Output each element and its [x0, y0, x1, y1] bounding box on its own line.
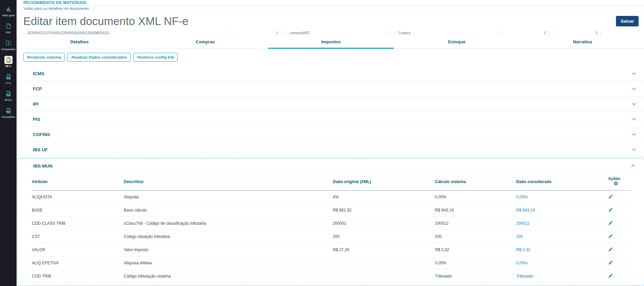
cell-atributo: BASE	[32, 204, 124, 217]
quantity-field-2[interactable]: 3	[554, 31, 601, 35]
sidebar-item-cte[interactable]: XML CT-e	[0, 70, 17, 87]
sidebar-item-label: Visão geral	[2, 14, 15, 17]
sidebar-item-label: XML	[6, 31, 11, 34]
sidebar-item-comparativo[interactable]: Comparativo	[0, 37, 17, 53]
cell-original: R$ 27,28	[333, 243, 435, 257]
cell-descritivo: Alíquota	[124, 191, 333, 204]
table-row: COD CLASS TRIB cClassTrib - Código de cl…	[32, 217, 630, 230]
accordion-label: FCP	[33, 86, 42, 91]
sidebar-item-label: NF-e	[5, 65, 11, 68]
edit-pencil-icon[interactable]	[608, 273, 613, 278]
accordion-fcp[interactable]: FCP	[17, 81, 644, 96]
edit-pencil-icon[interactable]	[608, 247, 613, 252]
accordion-ibs-uf[interactable]: IBS UF	[17, 142, 644, 157]
svg-text:XML: XML	[7, 77, 9, 79]
cell-original: R$ 681,92	[333, 204, 435, 217]
edit-pencil-icon[interactable]	[608, 260, 613, 265]
table-header-row: Atributo Descritivo Dado original (XML) …	[32, 174, 630, 191]
tab-impostos[interactable]: Impostos	[268, 35, 394, 49]
accordion-label: COFINS	[33, 132, 50, 137]
item-number-field[interactable]: 1	[234, 31, 282, 35]
module-title: RECEBIMENTO DE MATERIAIS	[23, 0, 87, 5]
accordion-label: ICMS	[33, 71, 44, 76]
sidebar-item-label: Cancelados	[2, 116, 15, 118]
tab-detalhes[interactable]: Detalhes	[17, 35, 142, 49]
cell-calculo: 200012	[435, 217, 516, 230]
svg-text:XML: XML	[7, 94, 9, 95]
table-row: COD TRIB Código tributação sistema Tribu…	[32, 270, 630, 283]
quantity-field-1[interactable]: 3	[502, 31, 550, 35]
cell-considerado-link[interactable]: 0,05%	[516, 191, 608, 204]
title-row: Editar item documento XML NF-e Salvar	[17, 12, 644, 30]
sidebar-item-nfe[interactable]: XML NF-e	[0, 53, 17, 70]
edit-pencil-icon[interactable]	[608, 207, 613, 212]
accordion-ibs-mun-expanded: IBS MUN Atributo Descritivo Dado origina…	[17, 158, 644, 286]
sidebar-item-label: NFS-e	[5, 99, 12, 102]
tab-estoque[interactable]: Estoque	[394, 35, 520, 49]
accordion-ibs-mun[interactable]: IBS MUN	[18, 158, 644, 173]
cte-file-icon: XML	[4, 73, 13, 81]
table-row: VALOR Valor imposto R$ 27,28 R$ 0,32 R$ …	[32, 243, 630, 257]
column-header-original: Dado original (XML)	[333, 174, 435, 191]
sidebar-item-label: CT-e	[5, 82, 11, 85]
cell-original	[333, 257, 435, 270]
cell-considerado-link[interactable]: 0,05%	[516, 257, 608, 270]
top-bar: RECEBIMENTO DE MATERIAIS	[17, 0, 644, 6]
gear-icon[interactable]	[614, 182, 618, 187]
cancelados-file-icon	[4, 107, 13, 115]
cell-considerado-link[interactable]: R$ 0,32	[516, 243, 608, 257]
cell-atributo: ALIQUOTA	[32, 191, 124, 204]
edit-pencil-icon[interactable]	[608, 220, 613, 225]
column-header-descritivo: Descritivo	[124, 174, 333, 191]
column-header-acoes: Ações	[608, 174, 630, 191]
accordion-label: IPI	[33, 102, 39, 107]
tab-narrativa[interactable]: Narrativa	[520, 35, 644, 49]
column-header-atributo: Atributo	[32, 174, 124, 191]
form-fields-row: 3525055311379100012255002000245120180682…	[17, 31, 644, 35]
accordion-icms[interactable]: ICMS	[17, 66, 644, 81]
cell-considerado-link[interactable]: 200	[516, 230, 608, 243]
page-title: Editar item documento XML NF-e	[23, 15, 188, 28]
accordion-cofins[interactable]: COFINS	[17, 127, 644, 142]
tax-attributes-table: Atributo Descritivo Dado original (XML) …	[32, 173, 630, 283]
accordion-pis[interactable]: PIS	[17, 112, 644, 127]
cell-original	[333, 270, 435, 283]
cell-original: 200	[333, 230, 435, 243]
accordion-label: IBS UF	[33, 147, 48, 152]
cell-descritivo: Código situação tributária	[124, 230, 333, 243]
sidebar-item-xml[interactable]: XML	[0, 20, 17, 37]
sidebar-item-visao-geral[interactable]: Visão geral	[0, 3, 17, 20]
cell-considerado-link[interactable]: R$ 643,19	[516, 204, 608, 217]
edit-pencil-icon[interactable]	[608, 194, 613, 199]
bar-chart-icon	[4, 5, 13, 13]
sidebar-item-cancelados[interactable]: Cancelados	[0, 104, 17, 121]
chevron-down-icon	[631, 71, 637, 76]
cell-descritivo: Base cálculo	[124, 204, 333, 217]
sidebar-item-nfse[interactable]: XML NFS-e	[0, 87, 17, 104]
nfe-file-icon: XML	[4, 56, 13, 64]
edit-pencil-icon[interactable]	[608, 234, 613, 239]
accordion-ipi[interactable]: IPI	[17, 96, 644, 112]
access-key-field[interactable]: 3525055311379100012255002000245120180682…	[23, 31, 230, 35]
svg-text:XML: XML	[7, 60, 9, 62]
save-button[interactable]: Salvar	[616, 16, 639, 26]
atualizar-dados-button[interactable]: Atualizar Dados considerados	[67, 53, 131, 62]
table-row: BASE Base cálculo R$ 681,92 R$ 643,19 R$…	[32, 204, 630, 217]
toolbar: Recalculo sistema Atualizar Dados consid…	[17, 49, 644, 66]
sidebar-item-label: Comparativo	[1, 48, 16, 51]
chevron-down-icon	[631, 147, 637, 152]
cell-considerado-link[interactable]: Tributado	[516, 270, 608, 283]
type-field[interactable]: Compra	[395, 31, 498, 35]
cell-calculo: 0,05%	[435, 191, 516, 204]
cell-calculo: 0,05%	[435, 257, 516, 270]
cell-descritivo: Valor imposto	[124, 243, 333, 257]
historico-config-button[interactable]: Histórico config trib	[133, 53, 178, 62]
breadcrumb-back-link[interactable]: Voltar para os detalhes do documento	[23, 6, 89, 10]
tab-compras[interactable]: Compras	[142, 35, 268, 49]
table-row: ALIQUOTA Alíquota 4% 0,05% 0,05%	[32, 191, 630, 204]
cell-original: 4%	[333, 191, 435, 204]
recalculo-sistema-button[interactable]: Recalculo sistema	[23, 53, 65, 62]
cell-considerado-link[interactable]: 200012	[516, 217, 608, 230]
user-field[interactable]: comprasWRT	[286, 31, 391, 35]
nfse-file-icon: XML	[4, 90, 13, 98]
